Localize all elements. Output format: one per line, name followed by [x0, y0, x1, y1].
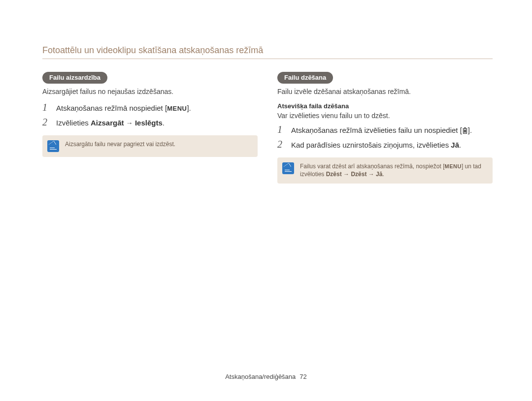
- page-footer: Atskaņošana/rediģēšana72: [0, 373, 532, 380]
- content-columns: Failu aizsardzība Aizsargājiet failus no…: [42, 72, 493, 184]
- step-item: 2 Izvēlieties Aizsargāt → Ieslēgts.: [42, 117, 258, 128]
- text-strong: Aizsargāt: [91, 119, 124, 127]
- section-pill-protection: Failu aizsardzība: [42, 72, 107, 84]
- text-fragment: .: [459, 141, 461, 149]
- text-fragment: Atskaņošanas režīmā nospiediet [: [56, 104, 167, 112]
- text-fragment: Failus varat dzēst arī atskaņošanas režī…: [300, 163, 444, 170]
- arrow-icon: →: [126, 119, 133, 127]
- footer-page-number: 72: [299, 373, 306, 380]
- step-text: Kad parādīsies uznirstošais ziņojums, iz…: [291, 140, 461, 150]
- section-pill-deletion: Failu dzēšana: [277, 72, 333, 84]
- step-number: 2: [277, 139, 286, 149]
- text-strong: Jā: [376, 171, 382, 178]
- arrow-icon: →: [368, 171, 374, 178]
- note-box: Failus varat dzēst arī atskaņošanas režī…: [277, 157, 493, 184]
- menu-glyph: MENU: [167, 105, 187, 112]
- protection-description: Aizsargājiet failus no nejaušas izdzēšan…: [42, 88, 258, 95]
- text-fragment: ].: [187, 104, 191, 112]
- text-fragment: Izvēlieties: [56, 119, 91, 127]
- title-rule: [42, 59, 493, 59]
- step-number: 1: [42, 102, 51, 112]
- note-text: Failus varat dzēst arī atskaņošanas režī…: [300, 162, 486, 179]
- note-icon: [47, 140, 59, 152]
- arrow-icon: →: [343, 171, 349, 178]
- protection-steps: 1 Atskaņošanas režīmā nospiediet [MENU].…: [42, 102, 258, 128]
- step-number: 1: [277, 124, 286, 134]
- note-text: Aizsargātu failu nevar pagriezt vai izdz…: [65, 140, 175, 149]
- step-number: 2: [42, 117, 51, 127]
- step-text: Atskaņošanas režīmā izvēlieties failu un…: [291, 125, 472, 135]
- step-item: 1 Atskaņošanas režīmā nospiediet [MENU].: [42, 102, 258, 113]
- deletion-description: Failu izvēle dzēšanai atskaņošanas režīm…: [277, 88, 493, 95]
- footer-section: Atskaņošana/rediģēšana: [225, 373, 296, 380]
- text-fragment: Atskaņošanas režīmā izvēlieties failu un…: [291, 126, 462, 134]
- text-strong: Dzēst: [326, 171, 342, 178]
- left-column: Failu aizsardzība Aizsargājiet failus no…: [42, 72, 258, 184]
- document-page: Fotoattēlu un videoklipu skatīšana atska…: [0, 0, 532, 401]
- text-fragment: .: [382, 171, 384, 178]
- text-strong: Jā: [451, 141, 459, 149]
- text-strong: Dzēst: [351, 171, 366, 178]
- deletion-subhead: Atsevišķa faila dzēšana: [277, 102, 493, 110]
- deletion-steps: 1 Atskaņošanas režīmā izvēlieties failu …: [277, 124, 493, 151]
- text-fragment: .: [163, 119, 165, 127]
- right-column: Failu dzēšana Failu izvēle dzēšanai atsk…: [277, 72, 493, 184]
- step-item: 1 Atskaņošanas režīmā izvēlieties failu …: [277, 124, 493, 135]
- text-fragment: Kad parādīsies uznirstošais ziņojums, iz…: [291, 141, 451, 149]
- text-fragment: ].: [468, 126, 472, 134]
- deletion-subdesc: Var izvēlieties vienu failu un to dzēst.: [277, 112, 493, 120]
- page-title: Fotoattēlu un videoklipu skatīšana atska…: [42, 45, 493, 56]
- text-strong: Ieslēgts: [135, 119, 163, 127]
- menu-glyph: MENU: [444, 163, 461, 169]
- step-text: Atskaņošanas režīmā nospiediet [MENU].: [56, 103, 191, 113]
- note-box: Aizsargātu failu nevar pagriezt vai izdz…: [42, 135, 258, 157]
- trash-icon: [462, 127, 468, 134]
- note-icon: [282, 162, 294, 174]
- step-text: Izvēlieties Aizsargāt → Ieslēgts.: [56, 118, 165, 128]
- step-item: 2 Kad parādīsies uznirstošais ziņojums, …: [277, 139, 493, 150]
